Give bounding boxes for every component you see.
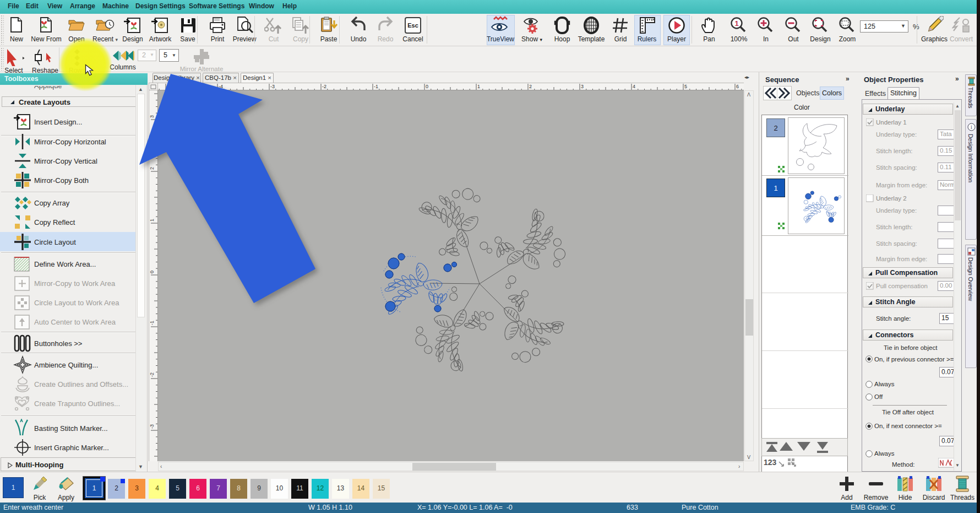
- svg-text:-2: -2: [149, 372, 155, 377]
- svg-text:6: 6: [736, 84, 739, 89]
- svg-text:1: 1: [477, 84, 480, 89]
- svg-text:5: 5: [684, 84, 687, 89]
- svg-text:-3: -3: [149, 424, 155, 429]
- svg-text:-1: -1: [374, 84, 378, 89]
- svg-text:0: 0: [426, 84, 428, 89]
- svg-text:1: 1: [734, 19, 738, 28]
- svg-text:4: 4: [633, 84, 635, 89]
- svg-text:-2: -2: [322, 84, 326, 89]
- svg-text:3: 3: [581, 84, 584, 89]
- svg-text:-1: -1: [149, 321, 155, 325]
- svg-text:2: 2: [529, 84, 532, 89]
- svg-text:Esc: Esc: [407, 22, 418, 29]
- svg-text:i: i: [971, 124, 972, 130]
